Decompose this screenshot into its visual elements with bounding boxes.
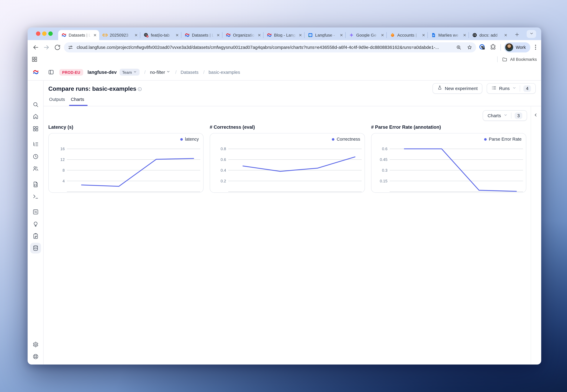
svg-text:16: 16 [60,147,65,151]
tab-close-icon[interactable]: ✕ [134,33,138,37]
minimize-window-button[interactable] [42,31,47,36]
tab-close-icon[interactable]: ✕ [340,33,343,37]
new-tab-button[interactable] [512,31,521,39]
zoom-in-icon[interactable] [456,44,462,50]
sidebar-item-tracing-icon[interactable] [32,141,39,148]
tab-close-icon[interactable]: ✕ [463,33,466,37]
collapse-panel-icon[interactable] [533,112,539,117]
tab-close-icon[interactable]: ✕ [422,33,425,37]
new-experiment-button[interactable]: New experiment [433,83,482,94]
sidebar-item-insights-icon[interactable] [32,221,39,227]
view-tabs: Outputs Charts [49,97,84,102]
tabs-border [43,106,541,106]
tab-title: Datasets | L [192,33,214,37]
tab-close-icon[interactable]: ✕ [175,33,179,37]
organization-name[interactable]: langfuse-dev [88,70,117,75]
runs-label: Runs [499,86,510,91]
browser-profile-button[interactable]: Work [504,42,530,53]
forward-icon[interactable] [43,44,50,51]
runs-dropdown-button[interactable]: Runs 4 [487,83,536,94]
runs-count-badge: 4 [524,85,531,92]
chart-plot: 0.60.450.30.15 [371,133,526,192]
address-bar-url[interactable]: cloud.langfuse.com/project/cmfwgv8fx002o… [77,45,451,50]
browser-tab[interactable]: Accounts |✕ [387,30,428,40]
svg-text:0.15: 0.15 [380,179,387,183]
browser-tab[interactable]: Organizatio✕ [222,30,263,40]
chart-group-latency: Latency (s) latency 161284 [48,125,204,193]
svg-text:0.2: 0.2 [221,179,226,183]
sidebar-item-settings-icon[interactable] [32,341,39,348]
breadcrumb-slash: / [203,70,205,75]
new-experiment-label: New experiment [445,86,478,91]
parse-error-chart: Parse Error Rate 0.60.450.30.15 [371,133,526,193]
browser-tab[interactable]: Marlies we✕ [428,30,469,40]
environment-badge: PROD-EU [59,69,83,75]
bookmarks-divider [497,56,497,62]
sidebar-item-search-icon[interactable] [32,101,39,108]
more-menu-icon[interactable] [532,44,539,51]
sidebar-item-sessions-clock-icon[interactable] [32,153,39,160]
tab-close-icon[interactable]: ✕ [216,33,220,37]
browser-tab[interactable]: feat(io-tab✕ [140,30,181,40]
info-icon[interactable] [137,86,142,91]
all-bookmarks-label: All Bookmarks [510,57,537,62]
tab-title: Accounts | [397,33,420,37]
chart-title: Latency (s) [48,125,204,129]
sidebar-item-datasets-icon[interactable] [32,245,39,251]
charts-dropdown-button[interactable]: Charts 3 [483,110,527,121]
browser-tab[interactable]: Datasets | L✕ [181,30,222,40]
browser-tab[interactable]: 20250923✕ [99,30,140,40]
browser-tab[interactable]: 6Langfuse -✕ [305,30,345,40]
apps-grid-icon[interactable] [31,56,38,63]
org-plan-dropdown[interactable]: Team [119,69,140,75]
sidebar-item-support-icon[interactable] [32,353,39,360]
project-dropdown[interactable]: no-filter [150,70,170,75]
plus-icon [514,32,520,38]
langfuse-favicon-icon [267,32,272,38]
sidebar-item-dashboard-icon[interactable] [32,126,39,132]
tab-charts[interactable]: Charts [71,97,84,102]
chart-group-correctness: # Correctness (eval) Correctness 0.80.60… [210,125,365,193]
fullscreen-window-button[interactable] [48,31,53,36]
sidebar-item-annotation-icon[interactable] [32,233,39,239]
sidebar-item-playground-icon[interactable] [32,193,39,200]
tab-search-button[interactable] [527,30,536,38]
back-icon[interactable] [32,44,39,51]
breadcrumb-slash: / [144,70,146,75]
charts-dropdown-label: Charts [488,113,501,118]
browser-tab[interactable]: Google Ge✕ [346,30,387,40]
sidebar-item-users-icon[interactable] [32,165,39,172]
browser-tab[interactable]: Datasets | L✕ [58,30,99,40]
button-divider [511,112,511,119]
all-bookmarks-button[interactable]: All Bookmarks [497,55,537,64]
tab-outputs[interactable]: Outputs [49,97,65,102]
browser-tab[interactable]: Blog - Lang✕ [264,30,305,40]
tab-close-icon[interactable]: ✕ [93,33,97,37]
browser-tab-strip: Datasets | L✕20250923✕feat(io-tab✕Datase… [28,28,541,40]
org-plan-label: Team [122,70,132,74]
right-rail [531,106,541,364]
tab-close-icon[interactable]: ✕ [504,33,507,37]
browser-tab[interactable]: docs: add✕ [469,30,510,40]
tab-close-icon[interactable]: ✕ [299,33,302,37]
sidebar-item-evaluators-icon[interactable] [32,209,39,215]
site-controls-icon[interactable] [68,44,73,50]
sidebar-item-home-icon[interactable] [32,113,39,120]
tab-close-icon[interactable]: ✕ [258,33,261,37]
extensions-puzzle-icon[interactable] [490,44,496,51]
tab-close-icon[interactable]: ✕ [381,33,384,37]
close-window-button[interactable] [36,31,40,36]
langfuse-favicon-icon [185,32,190,38]
browser-toolbar: cloud.langfuse.com/project/cmfwgv8fx002o… [28,40,541,55]
address-bar[interactable]: cloud.langfuse.com/project/cmfwgv8fx002o… [64,42,476,53]
github-favicon-icon [472,32,477,38]
breadcrumb-datasets-link[interactable]: Datasets [181,70,199,75]
bookmark-star-icon[interactable] [467,44,472,50]
password-manager-icon[interactable] [479,44,486,51]
breadcrumb-dataset-name[interactable]: basic-examples [209,70,240,75]
sidebar-item-prompts-icon[interactable] [32,181,39,188]
chevron-down-icon [529,31,534,37]
reload-icon[interactable] [54,44,61,51]
browser-window: Datasets | L✕20250923✕feat(io-tab✕Datase… [28,28,541,365]
sidebar-toggle-icon[interactable] [48,69,54,75]
